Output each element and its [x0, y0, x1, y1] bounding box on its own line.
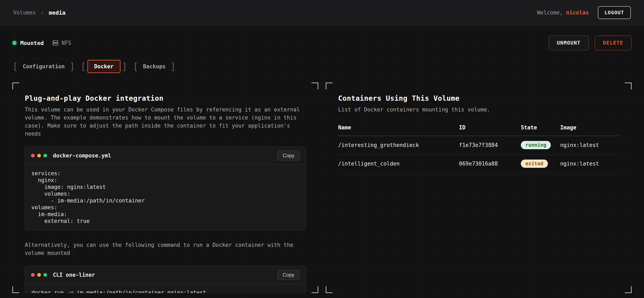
column-header-image: Image [560, 125, 619, 131]
welcome-text: Welcome, nicolas [537, 9, 588, 16]
volume-actions: UNMOUNT DELETE [548, 35, 632, 50]
container-state-cell: running [521, 141, 560, 149]
compose-code-header: docker-compose.yml Copy [25, 147, 306, 165]
tab-docker-label: Docker [88, 60, 120, 73]
table-header-row: Name ID State Image [338, 125, 619, 136]
mounted-status-label: Mounted [20, 40, 44, 46]
breadcrumb: Volumes › media [13, 9, 66, 16]
table-row: /intelligent_colden 069e73016a88 exited … [338, 154, 619, 173]
containers-panel-subtitle: List of Docker containers mounting this … [338, 106, 619, 114]
container-id: f1e73e7f3884 [459, 142, 521, 148]
cli-filename: CLI one-liner [53, 272, 277, 278]
docker-panel-description: This volume can be used in your Docker C… [25, 106, 306, 138]
compose-code-block: docker-compose.yml Copy services: nginx:… [25, 147, 306, 230]
compose-filename: docker-compose.yml [53, 152, 277, 159]
docker-panel-title: Plug-and-play Docker integration [25, 94, 306, 102]
compose-code: services: nginx: image: nginx:latest vol… [25, 165, 306, 230]
cli-code: docker run -v im-media:/path/in/containe… [25, 284, 306, 293]
container-image: nginx:latest [560, 160, 619, 167]
username: nicolas [566, 9, 589, 16]
traffic-dot-yellow-icon [37, 273, 41, 277]
nfs-label: NFS [62, 40, 71, 46]
volume-status: Mounted NFS [12, 40, 71, 46]
traffic-dot-red-icon [31, 154, 35, 157]
tab-configuration[interactable]: Configuration [12, 60, 75, 73]
table-row: /interesting_grothendieck f1e73e7f3884 r… [338, 136, 619, 154]
panels: Plug-and-play Docker integration This vo… [12, 83, 632, 293]
container-id: 069e73016a88 [459, 160, 521, 167]
breadcrumb-volumes[interactable]: Volumes [13, 9, 36, 16]
cli-code-block: CLI one-liner Copy docker run -v im-medi… [25, 266, 306, 293]
column-header-name: Name [338, 125, 459, 131]
tab-backups-label: Backups [140, 60, 169, 73]
main-content: Mounted NFS UNMOUNT DELETE Configuration… [0, 26, 644, 293]
tab-backups[interactable]: Backups [133, 60, 176, 73]
containers-table: Name ID State Image /interesting_grothen… [338, 125, 619, 173]
container-state-cell: exited [521, 159, 560, 168]
cli-copy-button[interactable]: Copy [277, 270, 300, 280]
traffic-lights [31, 273, 47, 277]
container-name: /interesting_grothendieck [338, 142, 459, 148]
tab-docker[interactable]: Docker [80, 60, 127, 73]
container-image: nginx:latest [560, 142, 619, 148]
tab-bar: Configuration Docker Backups [12, 59, 632, 74]
cli-intro-text: Alternatively, you can use the following… [25, 241, 306, 257]
delete-button[interactable]: DELETE [594, 35, 632, 50]
traffic-dot-yellow-icon [37, 154, 41, 157]
tab-configuration-label: Configuration [20, 60, 68, 73]
status-badge: exited [521, 159, 548, 168]
welcome-prefix: Welcome, [537, 9, 563, 16]
traffic-lights [31, 154, 47, 157]
breadcrumb-current: media [49, 9, 66, 16]
volume-status-row: Mounted NFS UNMOUNT DELETE [12, 35, 632, 50]
containers-panel-title: Containers Using This Volume [338, 94, 619, 102]
header-right: Welcome, nicolas LOGOUT [537, 6, 631, 19]
breadcrumb-separator-icon: › [40, 9, 44, 16]
logout-button[interactable]: LOGOUT [598, 6, 631, 19]
traffic-dot-red-icon [31, 273, 35, 277]
column-header-id: ID [459, 125, 521, 131]
status-badge: running [521, 141, 551, 149]
containers-panel: Containers Using This Volume List of Doc… [326, 83, 632, 293]
column-header-state: State [521, 125, 560, 131]
app-header: Volumes › media Welcome, nicolas LOGOUT [0, 0, 644, 26]
container-name: /intelligent_colden [338, 160, 459, 167]
traffic-dot-green-icon [44, 154, 47, 157]
docker-integration-panel: Plug-and-play Docker integration This vo… [12, 83, 318, 293]
cli-code-header: CLI one-liner Copy [25, 266, 306, 284]
mounted-status-dot [12, 41, 16, 45]
nfs-server-icon [52, 40, 59, 46]
unmount-button[interactable]: UNMOUNT [548, 35, 589, 50]
traffic-dot-green-icon [44, 273, 47, 277]
compose-copy-button[interactable]: Copy [277, 151, 300, 160]
